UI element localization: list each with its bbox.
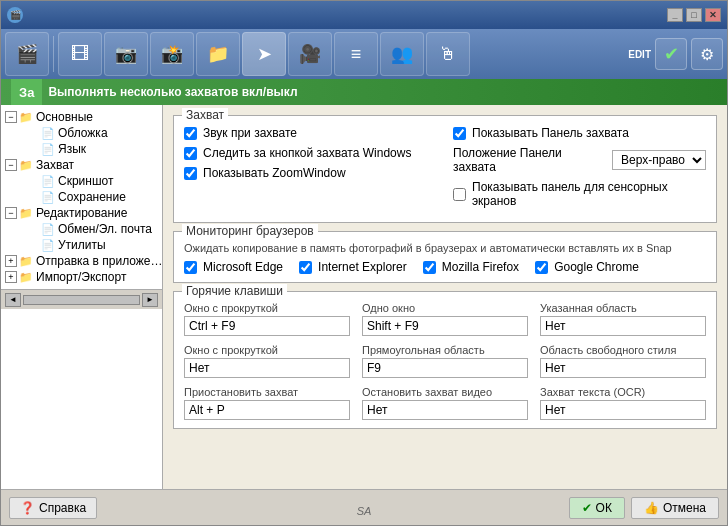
toggle-basic[interactable]: − xyxy=(5,111,17,123)
hotkey-label-8: Захват текста (OCR) xyxy=(540,386,706,398)
zoom-checkbox[interactable] xyxy=(184,167,197,180)
follow-row: Следить за кнопкой захвата Windows xyxy=(184,146,437,160)
help-label: Справка xyxy=(39,501,86,515)
capture-group-content: Звук при захвате Следить за кнопкой захв… xyxy=(184,126,706,214)
page-icon-lang: 📄 xyxy=(41,143,55,156)
capture-right: Показывать Панель захвата Положение Пане… xyxy=(453,126,706,214)
toggle-capture[interactable]: − xyxy=(5,159,17,171)
maximize-button[interactable]: □ xyxy=(686,8,702,22)
hotkeys-group: Горячие клавиши Окно с прокруткой Одно о… xyxy=(173,291,717,429)
sidebar-item-cover[interactable]: 📄 Обложка xyxy=(1,125,162,141)
hotkey-input-2[interactable] xyxy=(540,316,706,336)
help-icon: ❓ xyxy=(20,501,35,515)
hotkey-input-6[interactable] xyxy=(184,400,350,420)
sidebar-label-screenshot: Скриншот xyxy=(58,174,113,188)
sidebar-label-cover: Обложка xyxy=(58,126,108,140)
folder-import-icon: 📁 xyxy=(19,271,33,284)
firefox-checkbox[interactable] xyxy=(423,261,436,274)
edge-checkbox[interactable] xyxy=(184,261,197,274)
toolbar-cam2[interactable]: 📷 xyxy=(104,32,148,76)
toolbar-text[interactable]: ≡ xyxy=(334,32,378,76)
hotkey-input-4[interactable] xyxy=(362,358,528,378)
toolbar-cursor[interactable]: ➤ xyxy=(242,32,286,76)
sidebar-label-email: Обмен/Эл. почта xyxy=(58,222,152,236)
panel-position-row: Положение Панели захвата Верх-право Верх… xyxy=(453,146,706,174)
title-bar-left: 🎬 xyxy=(7,7,23,23)
chrome-checkbox[interactable] xyxy=(535,261,548,274)
panel-position-label: Положение Панели захвата xyxy=(453,146,604,174)
sidebar-label-send: Отправка в приложе… xyxy=(36,254,163,268)
toggle-send[interactable]: + xyxy=(5,255,17,267)
sidebar-item-capture[interactable]: − 📁 Захват xyxy=(1,157,162,173)
minimize-button[interactable]: _ xyxy=(667,8,683,22)
ok-button[interactable]: ✔ ОК xyxy=(569,497,625,519)
toolbar-folder[interactable]: 📁 xyxy=(196,32,240,76)
help-button[interactable]: ❓ Справка xyxy=(9,497,97,519)
scroll-right-btn[interactable]: ► xyxy=(142,293,158,307)
toolbar-cam1[interactable]: 🎞 xyxy=(58,32,102,76)
toggle-import[interactable]: + xyxy=(5,271,17,283)
sidebar-label-lang: Язык xyxy=(58,142,86,156)
hotkey-pause: Приостановить захват xyxy=(184,386,350,420)
sidebar-item-lang[interactable]: 📄 Язык xyxy=(1,141,162,157)
hotkey-input-5[interactable] xyxy=(540,358,706,378)
toggle-edit[interactable]: − xyxy=(5,207,17,219)
sidebar-item-email[interactable]: 📄 Обмен/Эл. почта xyxy=(1,221,162,237)
sidebar-item-screenshot[interactable]: 📄 Скриншот xyxy=(1,173,162,189)
film-icon: 🎞 xyxy=(71,44,89,65)
hotkey-input-8[interactable] xyxy=(540,400,706,420)
hotkey-input-3[interactable] xyxy=(184,358,350,378)
folder-edit-icon: 📁 xyxy=(19,207,33,220)
scroll-left-btn[interactable]: ◄ xyxy=(5,293,21,307)
toolbar-mouse[interactable]: 🖱 xyxy=(426,32,470,76)
hotkey-scroll-window2: Окно с прокруткой xyxy=(184,344,350,378)
close-button[interactable]: ✕ xyxy=(705,8,721,22)
edit-label: EDIT xyxy=(628,49,651,60)
hotkey-input-1[interactable] xyxy=(362,316,528,336)
page-icon-email: 📄 xyxy=(41,223,55,236)
sidebar-item-edit[interactable]: − 📁 Редактирование xyxy=(1,205,162,221)
sound-row: Звук при захвате xyxy=(184,126,437,140)
check-button[interactable]: ✔ xyxy=(655,38,687,70)
toolbar-logo[interactable]: 🎬 xyxy=(5,32,49,76)
show-touch-checkbox[interactable] xyxy=(453,188,466,201)
sound-checkbox[interactable] xyxy=(184,127,197,140)
sidebar-label-basic: Основные xyxy=(36,110,93,124)
ie-row: Internet Explorer xyxy=(299,260,407,274)
edge-row: Microsoft Edge xyxy=(184,260,283,274)
hotkeys-group-label: Горячие клавиши xyxy=(182,284,287,298)
sidebar-label-save: Сохранение xyxy=(58,190,126,204)
logo-icon: 🎬 xyxy=(16,43,38,65)
sidebar-item-import[interactable]: + 📁 Импорт/Экспорт xyxy=(1,269,162,285)
follow-checkbox[interactable] xyxy=(184,147,197,160)
sidebar-label-capture: Захват xyxy=(36,158,74,172)
bottom-bar: ❓ Справка SA ✔ ОК 👍 Отмена xyxy=(1,489,727,525)
toolbar-video[interactable]: 🎥 xyxy=(288,32,332,76)
hotkey-input-0[interactable] xyxy=(184,316,350,336)
panel-position-select[interactable]: Верх-право Верх-лево Низ-право Низ-лево xyxy=(612,150,706,170)
sidebar-item-utils[interactable]: 📄 Утилиты xyxy=(1,237,162,253)
show-panel-checkbox[interactable] xyxy=(453,127,466,140)
sidebar-item-save[interactable]: 📄 Сохранение xyxy=(1,189,162,205)
toolbar-people[interactable]: 👥 xyxy=(380,32,424,76)
hotkeys-content: Окно с прокруткой Одно окно Указанная об… xyxy=(184,302,706,420)
folder-capture-icon: 📁 xyxy=(19,159,33,172)
hotkey-input-7[interactable] xyxy=(362,400,528,420)
browsers-group-content: Ожидать копирование в память фотографий … xyxy=(184,242,706,274)
sidebar: − 📁 Основные 📄 Обложка 📄 Язык − xyxy=(1,105,163,289)
toolbar-cam3[interactable]: 📸 xyxy=(150,32,194,76)
toolbar: 🎬 🎞 📷 📸 📁 ➤ 🎥 ≡ 👥 🖱 EDIT xyxy=(1,29,727,79)
cancel-label: Отмена xyxy=(663,501,706,515)
settings-gear-icon[interactable]: ⚙ xyxy=(691,38,723,70)
cancel-button[interactable]: 👍 Отмена xyxy=(631,497,719,519)
scroll-track[interactable] xyxy=(23,295,140,305)
ie-checkbox[interactable] xyxy=(299,261,312,274)
photo-icon: 📸 xyxy=(161,43,183,65)
sidebar-scrollbar[interactable]: ◄ ► xyxy=(1,289,162,309)
cancel-icon: 👍 xyxy=(644,501,659,515)
sidebar-item-send[interactable]: + 📁 Отправка в приложе… xyxy=(1,253,162,269)
hotkey-label-4: Прямоугольная область xyxy=(362,344,528,356)
sidebar-item-basic[interactable]: − 📁 Основные xyxy=(1,109,162,125)
sidebar-label-utils: Утилиты xyxy=(58,238,106,252)
video-icon: 🎥 xyxy=(299,43,321,65)
